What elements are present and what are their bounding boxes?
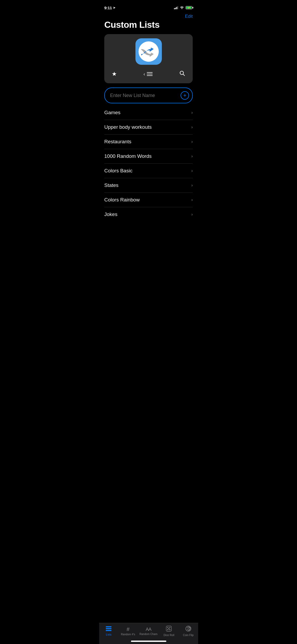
chevron-right-icon: › bbox=[191, 125, 193, 130]
menu-button[interactable]: ‹ bbox=[144, 71, 153, 77]
chevron-right-icon: › bbox=[191, 197, 193, 202]
header: Edit bbox=[99, 12, 198, 19]
new-list-input-container: + bbox=[104, 88, 193, 103]
chevron-right-icon: › bbox=[191, 139, 193, 144]
battery-icon: ⚡ bbox=[186, 6, 192, 9]
list-item[interactable]: States › bbox=[104, 178, 193, 193]
list-item[interactable]: 1000 Random Words › bbox=[104, 149, 193, 164]
svg-point-0 bbox=[138, 42, 159, 62]
star-icon: ★ bbox=[112, 71, 117, 77]
signal-bars bbox=[174, 6, 178, 9]
card-actions: ★ ‹ bbox=[110, 68, 187, 79]
app-banner-card: ★ ‹ bbox=[104, 34, 193, 83]
list-item[interactable]: Upper body workouts › bbox=[104, 120, 193, 135]
chevron-right-icon: › bbox=[191, 110, 193, 115]
status-icons: ⚡ bbox=[174, 6, 193, 10]
location-icon: ➤ bbox=[113, 6, 115, 10]
list-item[interactable]: Games › bbox=[104, 105, 193, 120]
status-time: 9:11 ➤ bbox=[104, 6, 115, 10]
chevron-left-icon: ‹ bbox=[144, 71, 145, 77]
svg-line-4 bbox=[183, 74, 185, 76]
search-icon bbox=[179, 70, 185, 78]
star-button[interactable]: ★ bbox=[110, 70, 119, 79]
app-icon bbox=[135, 38, 162, 65]
list-section: Games › Upper body workouts › Restaurant… bbox=[99, 105, 198, 222]
page-title: Custom Lists bbox=[99, 19, 198, 34]
list-item[interactable]: Jokes › bbox=[104, 207, 193, 222]
list-item[interactable]: Restaurants › bbox=[104, 135, 193, 149]
status-bar: 9:11 ➤ ⚡ bbox=[99, 0, 198, 12]
list-item[interactable]: Colors Basic › bbox=[104, 164, 193, 178]
search-button[interactable] bbox=[177, 69, 187, 79]
chevron-right-icon: › bbox=[191, 183, 193, 188]
edit-button[interactable]: Edit bbox=[185, 14, 193, 19]
new-list-input[interactable] bbox=[110, 93, 181, 98]
wifi-icon bbox=[180, 6, 184, 10]
chevron-right-icon: › bbox=[191, 168, 193, 173]
add-list-button[interactable]: + bbox=[181, 91, 189, 100]
hamburger-icon bbox=[147, 72, 153, 76]
chevron-right-icon: › bbox=[191, 212, 193, 217]
chevron-right-icon: › bbox=[191, 154, 193, 159]
list-item[interactable]: Colors Rainbow › bbox=[104, 193, 193, 207]
